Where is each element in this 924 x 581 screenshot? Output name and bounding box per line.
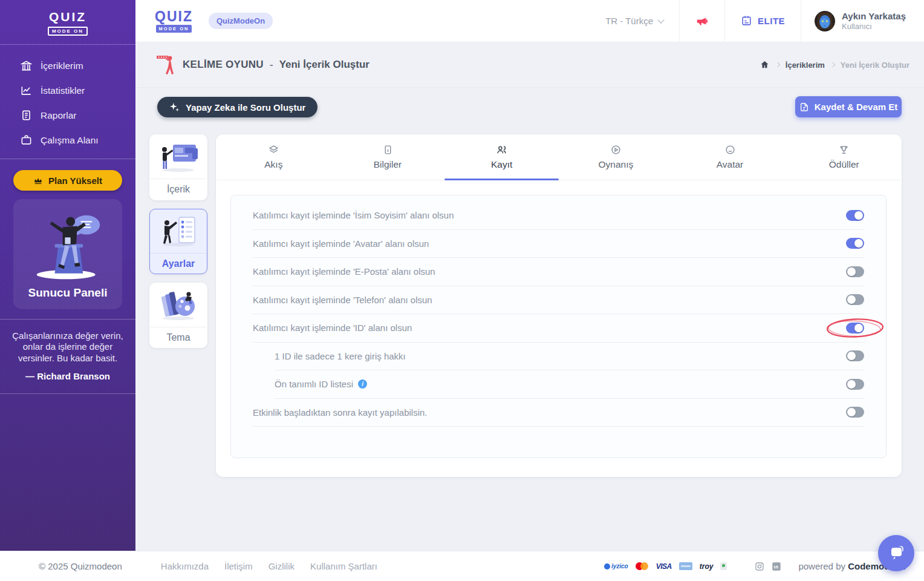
language-selector[interactable]: TR - Türkçe: [590, 0, 679, 42]
app-logo[interactable]: QUIZ MODE ON: [155, 0, 193, 42]
sidebar-item-label: Raporlar: [41, 110, 76, 121]
icerik-illustration: [150, 135, 207, 179]
quote-text: Çalışanlarınıza değer verin, onlar da iş…: [7, 330, 128, 364]
logo-text: QUIZ: [0, 10, 135, 24]
info-icon[interactable]: i: [358, 379, 367, 389]
layers-icon: [268, 145, 279, 155]
play-circle-icon: [611, 145, 621, 155]
ai-generate-button[interactable]: Yapay Zeka ile Soru Oluştur: [157, 97, 317, 117]
toggle-id[interactable]: [846, 323, 864, 333]
toggle-knob: [847, 268, 856, 276]
breadcrumb-link-iceriklerim[interactable]: İçeriklerim: [786, 61, 825, 70]
footer: © 2025 Quizmodeon Hakkımızda İletişim Gi…: [0, 551, 924, 581]
divider: [0, 159, 135, 159]
tab-avatar[interactable]: Avatar: [673, 134, 787, 180]
tab-kayit[interactable]: Kayıt: [444, 134, 559, 180]
side-nav-label: Tema: [150, 327, 207, 348]
logo-text: QUIZ: [155, 10, 193, 24]
smiley-icon: [725, 145, 735, 155]
crown-icon: [33, 176, 43, 185]
workspace-badge[interactable]: QuizModeOn: [209, 13, 273, 29]
chat-widget-button[interactable]: [878, 535, 914, 571]
setting-row: Katılımcı kayıt işleminde 'ID' alanı ols…: [253, 314, 864, 343]
setting-label: 1 ID ile sadece 1 kere giriş hakkı: [275, 351, 406, 361]
setting-row-sub: 1 ID ile sadece 1 kere giriş hakkı: [275, 343, 864, 371]
user-menu[interactable]: Aykın Yarkataş Kullanıcı: [801, 0, 924, 42]
instagram-icon[interactable]: [755, 562, 764, 571]
setting-label: Katılımcı kayıt işleminde 'E-Posta' alan…: [253, 266, 435, 277]
toggle-eposta[interactable]: [846, 266, 864, 277]
plan-badge[interactable]: ELITE: [724, 0, 801, 42]
footer-links: Hakkımızda İletişim Gizlilik Kullanım Şa…: [161, 561, 377, 571]
top-bar-right: TR - Türkçe ELITE: [590, 0, 924, 42]
home-icon[interactable]: [760, 60, 770, 70]
footer-link-iletisim[interactable]: İletişim: [224, 561, 253, 571]
linkedin-icon[interactable]: [772, 562, 781, 571]
avatar-image: [815, 11, 835, 31]
chevron-right-icon: [775, 62, 780, 67]
host-panel-card[interactable]: Sunucu Paneli: [13, 199, 122, 309]
toggle-knob: [847, 295, 856, 304]
toggle-knob: [847, 408, 856, 416]
sparkles-icon: [169, 102, 180, 113]
tab-label: Akış: [264, 159, 282, 170]
footer-link-hakkimizda[interactable]: Hakkımızda: [161, 561, 209, 571]
host-panel-illustration: [25, 210, 110, 284]
library-icon: [21, 60, 32, 71]
tab-bilgiler[interactable]: Bilgiler: [331, 134, 445, 180]
footer-link-gizlilik[interactable]: Gizlilik: [268, 561, 294, 571]
footer-link-kullanim-sartlari[interactable]: Kullanım Şartları: [310, 561, 377, 571]
side-nav-label: Ayarlar: [150, 253, 207, 274]
host-panel-label: Sunucu Paneli: [28, 286, 108, 300]
chevron-right-icon: [830, 62, 835, 67]
game-type-icon: [156, 54, 174, 76]
toggle-tek-giris[interactable]: [846, 350, 864, 361]
sidebar-item-calisma-alani[interactable]: Çalışma Alanı: [0, 128, 135, 153]
quote-block: Çalışanlarınıza değer verin, onlar da iş…: [0, 320, 135, 393]
sidebar-item-iceriklerim[interactable]: İçeriklerim: [0, 53, 135, 78]
language-label: TR - Türkçe: [605, 16, 653, 26]
save-continue-label: Kaydet & Devam Et: [815, 102, 898, 112]
tema-illustration: [150, 283, 207, 327]
side-nav-icerik[interactable]: İçerik: [149, 134, 207, 200]
social-icons: [755, 562, 781, 571]
ayarlar-illustration: [150, 209, 207, 253]
ai-generate-label: Yapay Zeka ile Soru Oluştur: [186, 102, 305, 113]
tab-bar: Akış Bilgiler Kayıt Oynanış Avatar Ödüll…: [216, 134, 901, 180]
plan-badge-label: ELITE: [758, 16, 785, 26]
toggle-telefon[interactable]: [846, 294, 864, 305]
announcements-button[interactable]: [679, 0, 724, 42]
tab-oynanis[interactable]: Oynanış: [559, 134, 673, 180]
setting-row-sub: Ön tanımlı ID listesi i: [275, 370, 864, 399]
quote-author: — Richard Branson: [7, 371, 128, 381]
user-role: Kullanıcı: [842, 22, 906, 31]
chevron-down-icon: [657, 16, 664, 23]
ssl-secure-icon: [720, 562, 727, 570]
toggle-knob: [847, 380, 856, 389]
sidebar-item-raporlar[interactable]: Raporlar: [0, 103, 135, 128]
side-nav-ayarlar[interactable]: Ayarlar: [149, 209, 207, 274]
tab-label: Kayıt: [491, 159, 512, 170]
report-icon: [21, 110, 32, 121]
tab-akis[interactable]: Akış: [216, 134, 331, 180]
chat-bubble-icon: [887, 543, 906, 563]
content-card: Akış Bilgiler Kayıt Oynanış Avatar Ödüll…: [216, 134, 902, 477]
troy-icon: troy: [700, 562, 714, 571]
side-nav-label: İçerik: [150, 179, 207, 200]
side-nav-tema[interactable]: Tema: [149, 283, 207, 348]
toggle-isim-soyisim[interactable]: [846, 210, 864, 221]
toggle-on-tanimli-id[interactable]: [846, 379, 864, 390]
sidebar-item-istatistikler[interactable]: İstatistikler: [0, 78, 135, 103]
payment-methods: iyzico VISA troy: [604, 562, 727, 571]
breadcrumb-separator: -: [270, 59, 273, 71]
tab-oduller[interactable]: Ödüller: [787, 134, 901, 180]
upgrade-plan-button[interactable]: Plan Yükselt: [13, 170, 122, 191]
logo-subtext: MODE ON: [156, 25, 192, 33]
sidebar: QUIZ MODE ON İçeriklerim İstatistikler R…: [0, 0, 135, 551]
toggle-avatar[interactable]: [846, 238, 864, 249]
save-continue-button[interactable]: Kaydet & Devam Et: [795, 96, 902, 117]
tab-label: Bilgiler: [374, 159, 402, 170]
toggle-knob: [854, 239, 863, 248]
visa-icon: VISA: [656, 562, 672, 571]
toggle-gec-kayit[interactable]: [846, 407, 864, 418]
